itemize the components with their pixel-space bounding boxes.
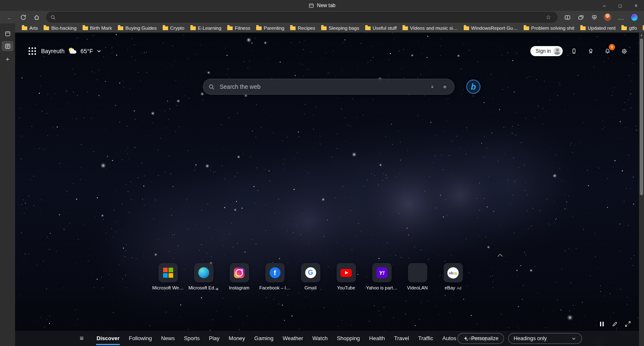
weather-widget[interactable]: Bayreuth 65°F bbox=[41, 48, 102, 54]
personalize-label: Personalize bbox=[471, 336, 499, 341]
edit-background-button[interactable] bbox=[611, 320, 618, 328]
feed-tab-travel[interactable]: Travel bbox=[390, 331, 414, 346]
bookmark-item[interactable]: Birth Mark bbox=[81, 25, 114, 31]
settings-more-button[interactable]: … bbox=[615, 12, 627, 23]
quick-link-facebook[interactable]: f Facebook – l… bbox=[257, 263, 293, 290]
feed-tab-shopping[interactable]: Shopping bbox=[332, 331, 364, 346]
sign-in-button[interactable]: Sign in bbox=[530, 46, 563, 56]
feed-tab-sports[interactable]: Sports bbox=[179, 331, 205, 346]
feed-layout-selected: Headings only bbox=[514, 336, 547, 341]
folder-icon bbox=[524, 26, 529, 30]
bookmark-item[interactable]: Videos and music si… bbox=[401, 25, 460, 31]
refresh-button[interactable] bbox=[17, 12, 29, 23]
bookmark-item[interactable]: WindowsReport Gu… bbox=[462, 25, 519, 31]
new-tab-button[interactable]: + bbox=[2, 54, 13, 64]
scroll-up-hint[interactable] bbox=[496, 252, 504, 258]
main-row: + Arts Bio-hacking Birth Mark Buying Gui… bbox=[0, 23, 644, 346]
address-bar[interactable]: ☆ bbox=[46, 12, 558, 23]
collections-button[interactable] bbox=[574, 12, 587, 23]
bookmark-item[interactable]: Useful stuff bbox=[364, 25, 398, 31]
vertical-scrollbar[interactable]: ▴ bbox=[639, 33, 644, 346]
bookmark-item[interactable]: E-Learning bbox=[189, 25, 223, 31]
quick-link-youtube[interactable]: YouTube bbox=[328, 263, 364, 290]
quick-link-tile bbox=[230, 263, 249, 282]
feed-tab-watch[interactable]: Watch bbox=[308, 331, 332, 346]
feed-tab-news[interactable]: News bbox=[156, 331, 179, 346]
voice-search-button[interactable] bbox=[428, 83, 436, 91]
bookmark-item[interactable]: Recipes bbox=[288, 25, 317, 31]
window-controls: – □ × bbox=[596, 0, 644, 11]
bookmark-item[interactable]: Bio-hacking bbox=[42, 25, 78, 31]
split-screen-button[interactable] bbox=[561, 12, 574, 23]
feed-tab-discover[interactable]: Discover bbox=[92, 331, 124, 346]
chevron-down-icon bbox=[96, 48, 102, 54]
bookmark-item[interactable]: Fitness bbox=[226, 25, 252, 31]
quick-link-microsoft-website[interactable]: Microsoft We… bbox=[150, 263, 186, 290]
quick-link-instagram[interactable]: Instagram bbox=[221, 263, 257, 290]
address-input[interactable] bbox=[59, 14, 540, 21]
notifications-button[interactable]: 5 bbox=[602, 46, 613, 57]
bookmark-item[interactable]: gtfo bbox=[620, 25, 639, 31]
rewards-button[interactable] bbox=[585, 46, 596, 57]
chevron-up-icon bbox=[496, 252, 504, 258]
browser-essentials-button[interactable] bbox=[588, 12, 600, 23]
minimize-button[interactable]: – bbox=[596, 0, 612, 11]
bookmark-item[interactable]: Arts bbox=[20, 25, 39, 31]
profile-button[interactable] bbox=[601, 12, 614, 23]
feed-tab-following[interactable]: Following bbox=[124, 331, 156, 346]
page-settings-button[interactable] bbox=[619, 46, 630, 57]
quick-link-yahoo[interactable]: Y! Yahoo is part… bbox=[364, 263, 400, 290]
weather-city: Bayreuth bbox=[41, 48, 65, 54]
bookmark-item[interactable]: Updated rent bbox=[579, 25, 618, 31]
favorite-star-button[interactable]: ☆ bbox=[543, 13, 553, 21]
bing-chat-button[interactable]: b bbox=[466, 80, 480, 94]
feed-tab-money[interactable]: Money bbox=[224, 331, 250, 346]
apps-grid-button[interactable] bbox=[27, 46, 38, 57]
copilot-icon bbox=[631, 13, 638, 21]
mobile-link-button[interactable] bbox=[569, 46, 579, 57]
google-logo-icon: G bbox=[305, 267, 316, 278]
feed-tab-weather[interactable]: Weather bbox=[278, 331, 308, 346]
bookmark-item[interactable]: 3 room aprt bbox=[641, 25, 644, 31]
quick-link-tile: G bbox=[301, 263, 320, 282]
expand-icon bbox=[625, 321, 631, 327]
maximize-button[interactable]: □ bbox=[612, 0, 628, 11]
quick-link-microsoft-edge[interactable]: Microsoft Ed… bbox=[186, 263, 221, 290]
quick-link-gmail[interactable]: G Gmail bbox=[293, 263, 328, 290]
web-search-input[interactable] bbox=[219, 83, 424, 90]
web-search-box[interactable] bbox=[203, 79, 454, 95]
quick-link-tile bbox=[337, 263, 356, 282]
vertical-tabs-pane-button[interactable] bbox=[2, 41, 13, 51]
back-button[interactable]: ← bbox=[3, 12, 16, 23]
feed-bar-right: Personalize Headings only bbox=[457, 333, 582, 344]
bookmark-item[interactable]: Buying Guides bbox=[116, 25, 158, 31]
tab-actions-icon bbox=[5, 31, 11, 37]
bookmark-item[interactable]: Crypto bbox=[161, 25, 186, 31]
pause-background-button[interactable] bbox=[598, 320, 605, 328]
feed-tab-traffic[interactable]: Traffic bbox=[414, 331, 438, 346]
feed-menu-button[interactable]: ≡ bbox=[77, 334, 86, 343]
navigation-toolbar: ← ☆ … bbox=[0, 11, 644, 23]
quick-link-videolan[interactable]: VideoLAN bbox=[400, 263, 435, 290]
bookmark-item[interactable]: Problem solving shit bbox=[522, 25, 576, 31]
feed-tab-health[interactable]: Health bbox=[364, 331, 390, 346]
vlc-cone-icon bbox=[413, 269, 422, 277]
visual-search-button[interactable] bbox=[441, 83, 449, 91]
feed-tab-gaming[interactable]: Gaming bbox=[250, 331, 278, 346]
copilot-button[interactable] bbox=[628, 12, 641, 23]
bookmark-item[interactable]: Parenting bbox=[254, 25, 286, 31]
vertical-tab-strip: + bbox=[0, 23, 15, 346]
browser-tab[interactable]: New tab bbox=[309, 3, 335, 8]
fullscreen-button[interactable] bbox=[624, 320, 631, 328]
close-button[interactable]: × bbox=[628, 0, 644, 11]
home-button[interactable] bbox=[30, 12, 43, 23]
scrollbar-up-arrow[interactable]: ▴ bbox=[639, 33, 644, 38]
feed-layout-dropdown[interactable]: Headings only bbox=[508, 333, 582, 344]
feed-tab-play[interactable]: Play bbox=[204, 331, 224, 346]
quick-link-ebay-ad[interactable]: ebay eBay Ad bbox=[435, 263, 471, 290]
tab-actions-button[interactable] bbox=[2, 28, 13, 39]
bookmark-item[interactable]: Sleeping bags bbox=[319, 25, 361, 31]
scrollbar-thumb[interactable] bbox=[640, 39, 643, 195]
folder-icon bbox=[290, 26, 296, 30]
personalize-button[interactable]: Personalize bbox=[457, 333, 504, 344]
